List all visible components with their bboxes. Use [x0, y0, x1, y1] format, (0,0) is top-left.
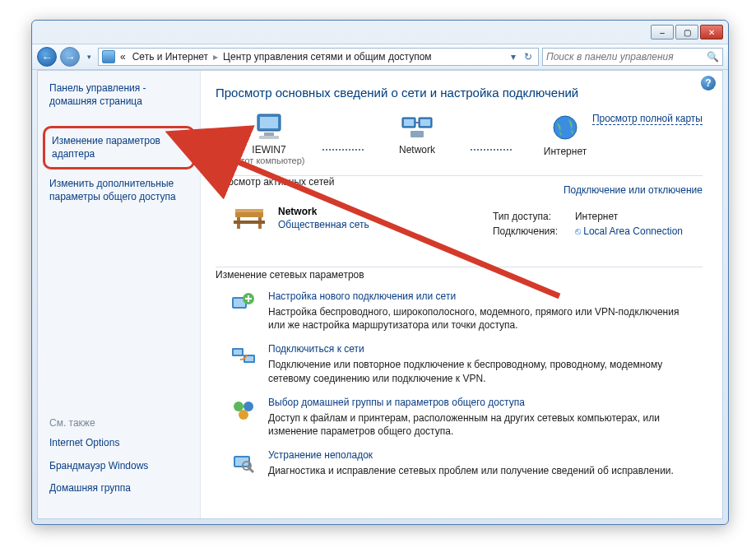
map-pc-name: IEWIN7 — [216, 144, 322, 156]
back-button[interactable]: ← — [37, 47, 57, 67]
change-settings-section: Изменение сетевых параметров Настройка н… — [216, 267, 703, 477]
change-settings-header: Изменение сетевых параметров — [216, 269, 371, 281]
troubleshoot-icon — [230, 449, 257, 476]
maximize-button[interactable]: ▢ — [675, 25, 698, 39]
minimize-button[interactable]: – — [651, 25, 674, 39]
sidebar-advanced-sharing[interactable]: Изменить дополнительные параметры общего… — [49, 178, 188, 203]
sidebar-home-link[interactable]: Панель управления - домашняя страница — [49, 82, 188, 108]
task-homegroup-link[interactable]: Выбор домашней группы и параметров общег… — [268, 397, 696, 408]
map-connector-1 — [322, 129, 364, 151]
computer-icon — [216, 113, 322, 141]
task-connect-network-link[interactable]: Подключиться к сети — [268, 343, 696, 355]
access-type-value: Интернет — [575, 211, 618, 222]
svg-point-25 — [239, 410, 248, 420]
map-this-pc: IEWIN7 (этот компьютер) — [216, 113, 322, 165]
see-also-header: См. также — [49, 417, 188, 429]
breadcrumb-seg-1[interactable]: Сеть и Интернет — [131, 49, 210, 64]
map-internet-label: Интернет — [512, 146, 619, 157]
network-properties: Тип доступа: Интернет Подключения: ⎋ Loc… — [493, 211, 683, 240]
access-type-label: Тип доступа: — [493, 211, 575, 222]
svg-rect-12 — [235, 209, 263, 212]
help-icon[interactable]: ? — [701, 76, 716, 91]
map-pc-sub: (этот компьютер) — [216, 156, 322, 165]
map-network: Network — [364, 113, 471, 156]
search-input[interactable] — [546, 51, 707, 63]
sidebar-see-also: См. также Internet Options Брандмауэр Wi… — [38, 407, 200, 518]
task-connect-network: Подключиться к сети Подключение или повт… — [230, 343, 703, 384]
refresh-icon[interactable]: ↻ — [522, 50, 535, 63]
task-troubleshoot: Устранение неполадок Диагностика и испра… — [230, 449, 703, 477]
connections-label: Подключения: — [493, 225, 575, 237]
ethernet-icon: ⎋ — [575, 225, 581, 237]
history-dropdown-icon[interactable]: ▾ — [83, 49, 95, 64]
map-network-name: Network — [364, 144, 471, 156]
address-bar[interactable]: « Сеть и Интернет ▸ Центр управления сет… — [98, 48, 539, 66]
network-type-link[interactable]: Общественная сеть — [278, 219, 369, 230]
connect-network-icon — [230, 343, 257, 369]
network-icon — [364, 113, 471, 141]
svg-rect-2 — [264, 132, 274, 136]
svg-rect-21 — [234, 350, 242, 355]
svg-rect-11 — [235, 212, 263, 217]
search-icon: 🔍 — [707, 51, 719, 63]
network-map: Просмотр полной карты IEWIN7 (этот компь… — [216, 113, 703, 165]
sidebar-adapter-settings[interactable]: Изменение параметров адаптера — [52, 135, 186, 160]
svg-rect-15 — [234, 221, 265, 224]
homegroup-icon — [230, 397, 257, 423]
connection-link[interactable]: Local Area Connection — [583, 225, 683, 237]
highlight-box: Изменение параметров адаптера — [43, 126, 195, 170]
active-networks-header: Просмотр активных сетей — [216, 176, 341, 188]
task-new-connection-link[interactable]: Настройка нового подключения или сети — [268, 290, 696, 302]
task-connect-network-desc: Подключение или повторное подключение к … — [268, 358, 696, 384]
full-map-link[interactable]: Просмотр полной карты — [592, 113, 703, 125]
forward-button[interactable]: → — [60, 47, 80, 67]
addr-prefix[interactable]: « — [118, 49, 128, 64]
close-button[interactable]: ✕ — [700, 25, 723, 39]
svg-rect-6 — [404, 119, 414, 126]
svg-rect-9 — [410, 131, 424, 137]
titlebar: – ▢ ✕ — [32, 21, 728, 44]
svg-point-10 — [554, 116, 577, 139]
main-content: ? Просмотр основных сведений о сети и на… — [201, 71, 722, 518]
sidebar-homegroup[interactable]: Домашняя группа — [49, 482, 188, 495]
addr-dropdown-icon[interactable]: ▾ — [507, 50, 520, 63]
page-title: Просмотр основных сведений о сети и наст… — [216, 86, 703, 100]
new-connection-icon — [230, 290, 257, 317]
svg-point-23 — [234, 402, 243, 411]
connect-disconnect-link[interactable]: Подключение или отключение — [564, 184, 703, 196]
task-new-connection: Настройка нового подключения или сети На… — [230, 290, 703, 332]
sidebar: Панель управления - домашняя страница Из… — [38, 71, 201, 518]
chevron-right-icon: ▸ — [213, 51, 218, 63]
task-troubleshoot-link[interactable]: Устранение неполадок — [268, 449, 674, 461]
task-homegroup-desc: Доступ к файлам и принтерам, расположенн… — [268, 411, 696, 438]
window-frame: – ▢ ✕ ← → ▾ « Сеть и Интернет ▸ Центр уп… — [31, 20, 729, 525]
task-troubleshoot-desc: Диагностика и исправление сетевых пробле… — [268, 464, 674, 477]
svg-rect-3 — [259, 136, 279, 139]
network-name: Network — [278, 206, 369, 217]
svg-rect-1 — [260, 117, 278, 128]
sidebar-internet-options[interactable]: Internet Options — [49, 437, 188, 450]
task-new-connection-desc: Настройка беспроводного, широкополосного… — [268, 305, 696, 332]
sidebar-firewall[interactable]: Брандмауэр Windows — [49, 460, 188, 473]
search-box[interactable]: 🔍 — [542, 48, 723, 66]
task-homegroup: Выбор домашней группы и параметров общег… — [230, 397, 703, 438]
bench-icon — [232, 204, 267, 232]
svg-point-24 — [243, 402, 253, 411]
nav-toolbar: ← → ▾ « Сеть и Интернет ▸ Центр управлен… — [32, 44, 728, 70]
active-networks-section: Просмотр активных сетей Подключение или … — [216, 175, 703, 258]
network-center-icon — [102, 50, 115, 63]
breadcrumb-seg-2[interactable]: Центр управления сетями и общим доступом — [221, 49, 434, 64]
svg-rect-7 — [420, 119, 430, 126]
map-connector-2 — [471, 129, 512, 151]
client-area: Панель управления - домашняя страница Из… — [37, 70, 723, 519]
